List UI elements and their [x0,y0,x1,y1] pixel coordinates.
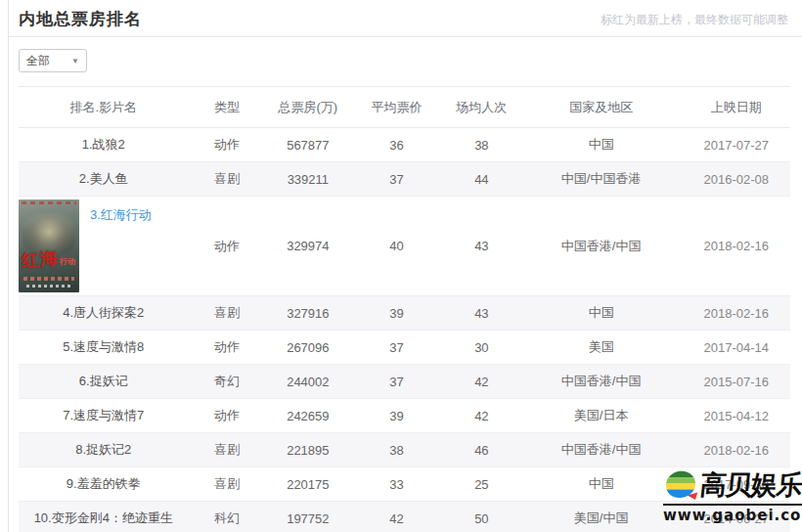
attendance-cell: 42 [443,399,520,433]
region-cell: 美国/日本 [520,399,683,433]
region-cell: 中国香港/中国 [520,197,683,296]
filter-row: 全部 ▼ [9,37,802,82]
poster-title: 红海 [21,245,60,272]
movie-name-link[interactable]: 3.红海行动 [90,206,152,224]
movie-name-link[interactable]: 8.捉妖记2 [75,441,131,459]
date-cell: 2018-02-16 [683,433,791,467]
header-gross: 总票房(万) [265,87,350,128]
movie-name-link[interactable]: 7.速度与激情7 [63,407,144,424]
genre-cell: 喜剧 [189,296,266,331]
genre-cell: 科幻 [189,502,266,532]
attendance-cell: 42 [443,365,520,399]
table-row: 5.速度与激情8 动作 267096 37 30 美国 2017-04-14 [19,331,790,365]
movie-name-link[interactable]: 2.美人鱼 [79,170,128,188]
table-row: 4.唐人街探案2 喜剧 327916 39 43 中国 2018-02-16 [19,296,790,331]
gross-cell: 329974 [265,197,350,296]
price-cell: 40 [350,197,443,296]
movie-name-link[interactable]: 5.速度与激情8 [63,338,144,356]
chevron-down-icon: ▼ [71,57,79,66]
price-cell: 39 [350,296,443,331]
attendance-cell: 38 [443,128,520,162]
region-cell: 中国 [520,296,683,331]
region-cell: 美国/中国 [520,502,683,532]
page-title: 内地总票房排名 [19,8,142,30]
price-cell: 37 [350,331,443,365]
watermark-brand: 高贝娱乐 [698,467,802,503]
watermark-divider [663,504,802,506]
attendance-cell: 44 [443,162,520,197]
region-cell: 美国 [520,331,683,365]
poster-top-text [22,201,76,204]
watermark: 高贝娱乐 www.gaobei.com [663,466,802,524]
attendance-cell: 30 [443,331,520,365]
table-row: 红海 行动 3.红海行动 动作 329974 40 43 中国香港/中国 201… [19,197,790,296]
genre-cell: 动作 [189,128,266,162]
attendance-cell: 43 [443,197,520,296]
attendance-cell: 46 [443,433,520,467]
attendance-cell: 25 [443,467,520,502]
movie-name-link[interactable]: 4.唐人街探案2 [63,304,144,322]
genre-cell: 动作 [189,197,266,296]
price-cell: 36 [350,128,443,162]
price-cell: 39 [350,399,443,433]
region-cell: 中国香港/中国 [520,365,683,399]
movie-name-link[interactable]: 6.捉妖记 [79,373,128,390]
region-cell: 中国香港/中国 [520,433,683,467]
attendance-cell: 43 [443,296,520,331]
gaobei-logo-icon [663,466,698,504]
price-cell: 38 [350,433,443,467]
price-cell: 42 [350,502,443,532]
watermark-url: www.gaobei.com [663,507,802,524]
date-cell: 2015-04-12 [683,399,791,433]
poster-credits-line [23,277,74,281]
gross-cell: 220175 [265,467,350,502]
genre-cell: 动作 [189,399,266,433]
table-row: 1.战狼2 动作 567877 36 38 中国 2017-07-27 [19,128,790,162]
page-header: 内地总票房排名 标红为最新上榜，最终数据可能调整 [9,0,802,37]
table-row: 8.捉妖记2 喜剧 221895 38 46 中国香港/中国 2018-02-1… [19,433,790,467]
table-header-row: 排名.影片名 类型 总票房(万) 平均票价 场均人次 国家及地区 上映日期 [19,87,790,128]
gross-cell: 339211 [265,162,350,197]
movie-name-link[interactable]: 10.变形金刚4：绝迹重生 [34,510,173,527]
movie-name-link[interactable]: 1.战狼2 [82,136,125,154]
genre-cell: 动作 [189,331,266,365]
genre-filter-select[interactable]: 全部 ▼ [19,49,87,72]
region-cell: 中国/中国香港 [520,162,683,197]
table-row: 7.速度与激情7 动作 242659 39 42 美国/日本 2015-04-1… [19,399,790,433]
header-rank-name: 排名.影片名 [19,87,189,128]
header-avg-attendance: 场均人次 [443,87,520,128]
price-cell: 37 [350,365,443,399]
price-cell: 33 [350,467,443,502]
poster-subtitle: 行动 [60,256,75,267]
date-cell: 2018-02-16 [683,197,791,296]
genre-cell: 奇幻 [189,365,266,399]
region-cell: 中国 [520,128,683,162]
date-cell: 2017-07-27 [683,128,791,162]
header-genre: 类型 [189,87,266,128]
price-cell: 37 [350,162,443,197]
header-release-date: 上映日期 [683,87,791,128]
attendance-cell: 50 [443,502,520,532]
table-row: 6.捉妖记 奇幻 244002 37 42 中国香港/中国 2015-07-16 [19,365,790,399]
header-region: 国家及地区 [520,87,683,128]
box-office-page: 内地总票房排名 标红为最新上榜，最终数据可能调整 全部 ▼ 排名.影片名 类型 … [8,0,802,532]
genre-cell: 喜剧 [189,162,266,197]
box-office-table: 排名.影片名 类型 总票房(万) 平均票价 场均人次 国家及地区 上映日期 1.… [19,86,790,532]
poster-credits-line [26,285,71,288]
gross-cell: 267096 [265,331,350,365]
gross-cell: 197752 [265,502,350,532]
gross-cell: 221895 [265,433,350,467]
header-avg-price: 平均票价 [350,87,443,128]
watermark-top: 高贝娱乐 [663,466,802,504]
gross-cell: 327916 [265,296,350,331]
gross-cell: 567877 [265,128,350,162]
genre-cell: 喜剧 [189,433,266,467]
movie-poster[interactable]: 红海 行动 [19,200,79,292]
genre-cell: 喜剧 [189,467,266,502]
region-cell: 中国 [520,467,683,502]
date-cell: 2017-04-14 [683,331,791,365]
date-cell: 2016-02-08 [683,162,791,197]
genre-filter-value: 全部 [26,53,50,69]
movie-name-link[interactable]: 9.羞羞的铁拳 [67,475,141,493]
table-row: 2.美人鱼 喜剧 339211 37 44 中国/中国香港 2016-02-08 [19,162,790,197]
